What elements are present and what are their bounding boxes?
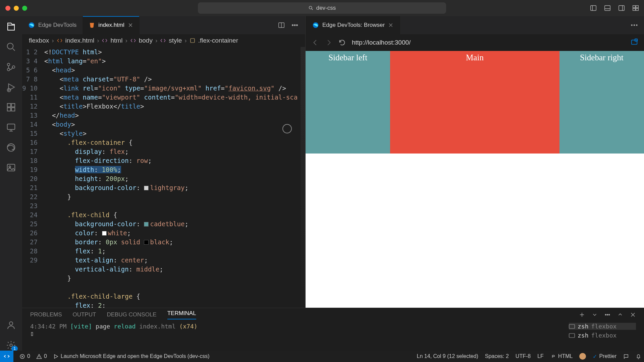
copilot-icon[interactable] — [579, 353, 586, 360]
extensions-icon[interactable] — [6, 102, 16, 113]
svg-point-30 — [292, 24, 293, 26]
code-editor[interactable]: 1 2 3 4 5 6 7 8 9 10 11 12 13 14 15 16 1… — [22, 47, 305, 351]
svg-point-31 — [294, 24, 296, 26]
tab-label: Edge DevTools — [38, 22, 76, 28]
new-terminal-icon[interactable] — [579, 312, 585, 318]
minimize-window-icon[interactable] — [14, 6, 19, 11]
close-icon[interactable] — [128, 22, 133, 28]
status-cursor[interactable]: Ln 14, Col 9 (12 selected) — [417, 353, 478, 359]
screenshot-icon[interactable] — [631, 38, 638, 47]
preview-viewport[interactable]: Sidebar left Main Sidebar right — [306, 51, 644, 336]
close-panel-icon[interactable] — [630, 312, 636, 318]
minimap[interactable] — [301, 47, 305, 351]
split-editor-icon[interactable] — [278, 21, 285, 29]
tag-icon — [160, 38, 166, 44]
tab-edge-devtools[interactable]: Edge DevTools — [22, 16, 83, 34]
status-encoding[interactable]: UTF-8 — [516, 353, 531, 359]
tab-output[interactable]: OUTPUT — [72, 311, 96, 318]
image-icon[interactable] — [6, 162, 16, 173]
browser-more[interactable] — [625, 16, 644, 34]
command-center[interactable]: dev-css — [198, 2, 446, 14]
explorer-icon[interactable] — [6, 21, 16, 32]
svg-rect-19 — [7, 108, 11, 111]
browser-back-icon[interactable] — [312, 39, 319, 46]
preview-sidebar-right: Sidebar right — [559, 51, 644, 154]
maximize-panel-icon[interactable] — [617, 312, 623, 318]
tab-browser[interactable]: Edge DevTools: Browser — [306, 16, 400, 34]
remote-indicator[interactable] — [0, 351, 13, 362]
project-name: dev-css — [316, 5, 336, 11]
log-time: 4:34:42 PM — [30, 323, 66, 330]
close-icon[interactable] — [388, 22, 393, 28]
bell-icon[interactable] — [636, 354, 641, 359]
editor-actions — [271, 16, 305, 34]
panel-left-icon[interactable] — [590, 4, 597, 12]
reload-icon[interactable] — [338, 39, 346, 46]
breadcrumb-body[interactable]: body — [139, 37, 153, 44]
activity-bar — [0, 16, 22, 351]
svg-rect-10 — [636, 8, 638, 10]
more-icon[interactable] — [291, 21, 299, 29]
svg-point-35 — [631, 24, 633, 26]
breadcrumb-html[interactable]: html — [110, 37, 122, 44]
flex-container-preview: Sidebar left Main Sidebar right — [306, 51, 644, 154]
status-errors[interactable]: 0 — [19, 353, 30, 359]
breadcrumb-folder[interactable]: flexbox — [29, 37, 49, 44]
terminal-prompt: ▯ — [30, 330, 34, 337]
terminal-icon — [569, 333, 575, 338]
svg-rect-20 — [11, 108, 15, 111]
svg-point-41 — [605, 314, 606, 315]
breadcrumb[interactable]: flexbox › index.html › html › body › sty… — [22, 34, 305, 47]
status-launch[interactable]: Launch Microsoft Edge and open the Edge … — [53, 353, 210, 359]
svg-point-42 — [607, 314, 608, 315]
search-icon[interactable] — [6, 42, 16, 52]
svg-rect-45 — [569, 334, 575, 338]
svg-point-37 — [636, 24, 638, 26]
class-icon — [190, 38, 196, 44]
svg-rect-3 — [605, 6, 610, 11]
layout-controls — [590, 4, 639, 12]
url-field[interactable]: http://localhost:3000/ — [352, 39, 625, 46]
status-language[interactable]: HTML — [550, 353, 573, 359]
terminal-body[interactable]: 4:34:42 PM [vite] page reload index.html… — [22, 321, 644, 351]
svg-rect-33 — [191, 39, 195, 43]
account-icon[interactable] — [6, 320, 16, 330]
breadcrumb-selector[interactable]: .flex-container — [198, 37, 238, 44]
svg-rect-18 — [11, 104, 15, 107]
edge-tools-icon[interactable] — [6, 142, 16, 153]
terminal-session[interactable]: zsh flexbox — [569, 332, 636, 339]
tab-index-html[interactable]: index.html — [83, 16, 139, 34]
tab-problems[interactable]: PROBLEMS — [30, 311, 62, 318]
status-warnings[interactable]: 0 — [36, 353, 47, 359]
breadcrumb-file[interactable]: index.html — [65, 37, 95, 44]
close-window-icon[interactable] — [5, 6, 10, 11]
tab-terminal[interactable]: TERMINAL — [167, 310, 196, 319]
remote-explorer-icon[interactable] — [6, 122, 16, 133]
maximize-window-icon[interactable] — [22, 6, 27, 11]
status-spaces[interactable]: Spaces: 2 — [485, 353, 509, 359]
terminal-session[interactable]: zsh flexbox — [569, 323, 636, 330]
svg-point-13 — [7, 68, 10, 71]
search-icon — [308, 5, 314, 11]
preview-sidebar-left: Sidebar left — [306, 51, 390, 154]
svg-rect-44 — [569, 324, 575, 328]
panel-right-icon[interactable] — [618, 4, 625, 12]
debug-icon[interactable] — [6, 82, 16, 93]
status-prettier[interactable]: ✓Prettier — [593, 353, 616, 360]
chevron-right-icon: › — [52, 37, 54, 44]
panel-bottom-icon[interactable] — [604, 4, 611, 12]
svg-rect-38 — [632, 40, 637, 44]
settings-icon[interactable] — [6, 340, 16, 351]
more-icon[interactable] — [604, 312, 610, 318]
window-controls — [5, 6, 27, 11]
layout-grid-icon[interactable] — [632, 4, 639, 12]
browser-forward-icon[interactable] — [325, 39, 332, 46]
breadcrumb-style[interactable]: style — [169, 37, 182, 44]
tab-debug-console[interactable]: DEBUG CONSOLE — [107, 311, 156, 318]
panel-actions — [579, 312, 636, 318]
status-eol[interactable]: LF — [537, 353, 544, 359]
code-content[interactable]: <!DOCTYPE html> <html lang="en"> <head> … — [44, 47, 305, 351]
feedback-icon[interactable] — [623, 354, 629, 359]
source-control-icon[interactable] — [6, 62, 16, 72]
chevron-down-icon[interactable] — [592, 312, 598, 318]
